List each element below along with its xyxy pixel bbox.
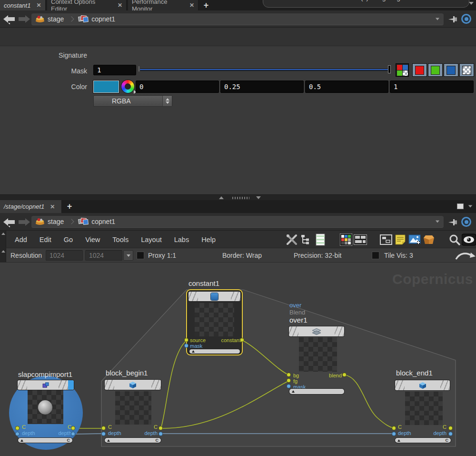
collapse-arrow-icon[interactable] (0, 231, 6, 248)
tab-stage-copnet1[interactable]: /stage/copnet1 ✕ (0, 200, 62, 213)
output-port[interactable] (159, 426, 162, 430)
new-tab-button[interactable]: + (63, 200, 76, 213)
network-editor[interactable]: Copernicus slapcompimport1 (0, 263, 476, 456)
tab-context-options-editor[interactable]: Context Options Editor ✕ (47, 0, 127, 10)
input-port-mask[interactable] (185, 344, 188, 347)
pin-icon[interactable] (448, 218, 458, 226)
collapse-arrow-icon[interactable] (0, 248, 6, 262)
proxy-checkbox[interactable] (137, 252, 144, 259)
resolution-dropdown-button[interactable] (123, 250, 133, 261)
menu-add[interactable]: Add (9, 236, 33, 243)
expand-up-icon[interactable] (219, 196, 224, 199)
mask-slider[interactable] (140, 69, 389, 71)
mask-input[interactable] (93, 65, 136, 75)
signature-dropdown[interactable]: RGBA (93, 95, 172, 107)
menu-labs[interactable]: Labs (168, 236, 195, 243)
color-grid-icon[interactable] (339, 233, 353, 247)
node-header[interactable] (188, 292, 240, 301)
visibility-eye-icon[interactable] (462, 233, 476, 247)
color-wheel-icon[interactable] (121, 80, 134, 93)
chevron-down-icon[interactable] (469, 2, 474, 5)
new-tab-button[interactable]: + (200, 0, 212, 10)
node-block-begin1[interactable]: block_begin1 C depth C depth C (101, 368, 165, 445)
output-port[interactable] (449, 426, 452, 430)
chevron-down-icon[interactable] (468, 205, 473, 207)
node-flag-bar[interactable] (189, 349, 240, 354)
node-header[interactable] (395, 380, 450, 390)
output-port[interactable] (71, 432, 75, 436)
search-icon[interactable] (447, 233, 462, 247)
breadcrumb-stage[interactable]: stage (48, 15, 64, 23)
input-port[interactable] (16, 432, 19, 436)
chevron-down-icon[interactable] (436, 18, 439, 20)
color-g-input[interactable] (220, 81, 304, 93)
menu-view[interactable]: View (79, 236, 106, 243)
breadcrumb[interactable]: stage copnet1 (31, 215, 444, 228)
node-flag-bar[interactable]: C (18, 438, 72, 443)
resolution-x-input[interactable] (46, 250, 83, 261)
link-radio-icon[interactable] (461, 217, 471, 227)
color-r-input[interactable] (136, 81, 219, 93)
red-channel-button[interactable] (412, 63, 427, 77)
back-arrow-icon[interactable] (3, 217, 15, 227)
pane-options-icon[interactable] (457, 203, 464, 209)
menu-help[interactable]: Help (195, 236, 222, 243)
input-port-source[interactable] (185, 338, 188, 342)
close-tab-icon[interactable]: ✕ (36, 2, 41, 8)
menu-tools[interactable]: Tools (106, 236, 135, 243)
blue-channel-button[interactable] (444, 63, 458, 77)
input-port[interactable] (102, 426, 105, 430)
color-swatch[interactable] (93, 81, 119, 93)
color-a-input[interactable] (390, 81, 474, 93)
node-header[interactable] (289, 326, 344, 336)
wrench-icon[interactable] (285, 233, 299, 247)
tree-view-icon[interactable] (299, 233, 313, 247)
input-port-fg[interactable] (287, 379, 290, 382)
node-slapcompimport1[interactable]: slapcompimport1 C depth C depth C (7, 370, 86, 453)
mask-slider-handle[interactable] (388, 65, 391, 73)
breadcrumb-copnet1[interactable]: copnet1 (91, 218, 115, 225)
close-tab-icon[interactable]: ✕ (189, 2, 194, 8)
node-header[interactable] (18, 380, 74, 390)
sticky-note-icon[interactable] (393, 233, 407, 247)
output-port[interactable] (449, 432, 452, 436)
output-port[interactable] (71, 426, 75, 430)
input-port-bg[interactable] (287, 373, 290, 376)
forward-arrow-icon[interactable] (18, 14, 30, 24)
node-over1[interactable]: over Blend over1 bg fg mask blend (286, 301, 350, 398)
node-constant1[interactable]: constant1 source mask constant (184, 279, 246, 356)
input-port[interactable] (392, 426, 396, 430)
input-port-mask[interactable] (287, 385, 290, 388)
green-channel-button[interactable] (428, 63, 443, 77)
breadcrumb-stage[interactable]: stage (48, 218, 64, 225)
tile-vis-checkbox[interactable] (372, 252, 379, 259)
palette-list-icon[interactable] (313, 233, 327, 247)
output-port[interactable] (159, 432, 162, 436)
resolution-y-input[interactable] (85, 250, 122, 261)
color-b-input[interactable] (305, 81, 388, 93)
menu-layout[interactable]: Layout (135, 236, 168, 243)
link-radio-icon[interactable] (461, 14, 471, 24)
spinner-arrows-icon[interactable] (162, 96, 172, 106)
menu-edit[interactable]: Edit (33, 236, 58, 243)
breadcrumb[interactable]: stage copnet1 (31, 13, 444, 25)
menu-go[interactable]: Go (58, 236, 79, 243)
rgba-quad-button[interactable] (396, 63, 409, 77)
close-tab-icon[interactable]: ✕ (50, 204, 55, 210)
breadcrumb-copnet1[interactable]: copnet1 (91, 15, 115, 23)
network-boxes-icon[interactable] (379, 233, 393, 247)
output-port-blend[interactable] (343, 373, 346, 376)
input-port[interactable] (102, 432, 105, 436)
input-port[interactable] (16, 426, 19, 430)
chevron-down-icon[interactable] (436, 221, 439, 223)
gallery-box-icon[interactable] (422, 233, 436, 247)
input-port[interactable] (392, 432, 396, 436)
node-flag-bar[interactable] (289, 389, 344, 394)
pane-splitter[interactable] (0, 194, 476, 200)
pane-layout-icon[interactable] (353, 233, 367, 247)
tab-constant1[interactable]: constant1 ✕ (0, 0, 46, 10)
output-port-constant[interactable] (240, 338, 244, 342)
node-flag-bar[interactable]: C (395, 438, 451, 443)
forward-arrow-icon[interactable] (18, 217, 30, 227)
recook-swoosh-icon[interactable] (455, 251, 476, 260)
